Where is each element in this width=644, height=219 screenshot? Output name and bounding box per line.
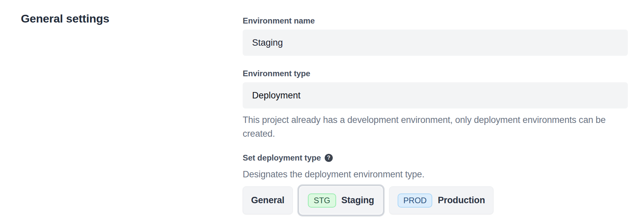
deployment-type-description: Designates the deployment environment ty… xyxy=(243,169,628,179)
deployment-type-options: General STG Staging PROD Production xyxy=(243,184,628,216)
prod-badge: PROD xyxy=(398,193,432,208)
environment-type-label: Environment type xyxy=(243,70,628,78)
set-deployment-type-label: Set deployment type xyxy=(243,154,321,162)
production-option-label: Production xyxy=(438,195,485,206)
deployment-type-option-general[interactable]: General xyxy=(243,186,293,214)
stg-badge: STG xyxy=(308,193,336,208)
environment-name-label: Environment name xyxy=(243,17,628,25)
question-mark-help-icon[interactable]: ? xyxy=(325,154,333,162)
general-settings-form: Environment name Environment type This p… xyxy=(243,17,628,216)
general-option-label: General xyxy=(251,195,284,206)
deployment-type-option-production[interactable]: PROD Production xyxy=(389,186,493,214)
environment-type-input[interactable] xyxy=(243,82,628,108)
deployment-type-option-staging[interactable]: STG Staging xyxy=(297,184,385,216)
staging-option-label: Staging xyxy=(341,195,374,206)
deployment-type-label-row: Set deployment type ? xyxy=(243,154,628,162)
page-title: General settings xyxy=(21,12,109,25)
environment-name-input[interactable] xyxy=(243,30,628,56)
environment-type-help-text: This project already has a development e… xyxy=(243,113,628,141)
